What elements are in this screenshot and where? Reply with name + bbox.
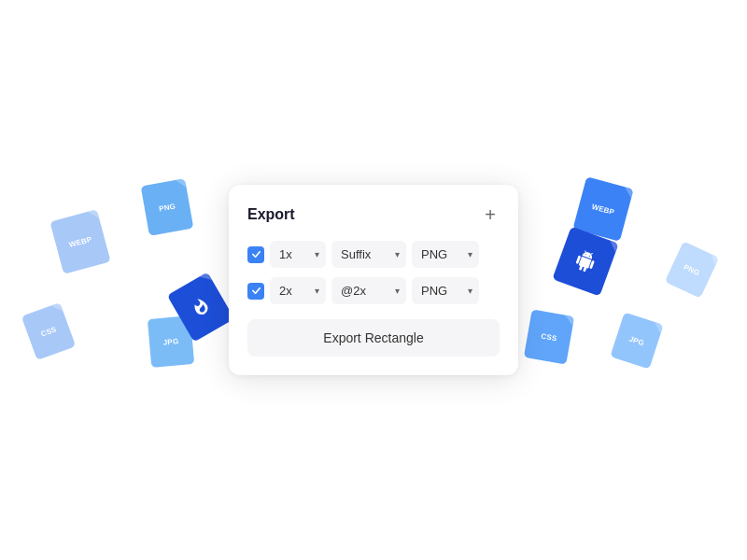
row1-suffix-wrapper: Suffix @1x @2x @3x None [331, 241, 406, 268]
add-export-row-button[interactable]: + [481, 203, 500, 226]
bg-file-icon-5: WEBP [572, 176, 633, 241]
bg-file-icon-8: JPG [610, 312, 663, 369]
row2-format-wrapper: PNG JPG SVG PDF WEBP [412, 277, 479, 304]
row1-scale-select[interactable]: 0.5x 1x 1.5x 2x 3x 4x [270, 241, 326, 268]
export-row-1: 0.5x 1x 1.5x 2x 3x 4x Suffix @1x @2x @3x… [247, 241, 500, 268]
bg-file-icon-9: PNG [665, 241, 719, 298]
export-header: Export + [247, 203, 500, 226]
row1-scale-wrapper: 0.5x 1x 1.5x 2x 3x 4x [270, 241, 326, 268]
row2-scale-select[interactable]: 0.5x 1x 1.5x 2x 3x 4x [270, 277, 326, 304]
row1-format-wrapper: PNG JPG SVG PDF WEBP [412, 241, 479, 268]
bg-file-icon-3: JPG [148, 315, 194, 368]
row2-checkbox[interactable] [247, 283, 264, 300]
row1-suffix-select[interactable]: Suffix @1x @2x @3x None [331, 241, 406, 268]
row2-suffix-wrapper: Suffix @1x @2x @3x None [331, 277, 406, 304]
row2-format-select[interactable]: PNG JPG SVG PDF WEBP [412, 277, 479, 304]
bg-file-icon-6 [552, 227, 618, 297]
export-panel: Export + 0.5x 1x 1.5x 2x 3x 4x Suffix @1… [229, 185, 518, 375]
bg-file-icon-4 [167, 272, 234, 342]
panel-title: Export [247, 206, 295, 223]
bg-file-icon-7: CSS [524, 309, 574, 364]
row1-format-select[interactable]: PNG JPG SVG PDF WEBP [412, 241, 479, 268]
row1-checkbox[interactable] [247, 246, 264, 263]
bg-file-icon-2: CSS [21, 302, 76, 360]
bg-file-icon-1: PNG [141, 178, 194, 236]
bg-file-icon-0: WEBP [49, 209, 110, 273]
row2-scale-wrapper: 0.5x 1x 1.5x 2x 3x 4x [270, 277, 326, 304]
export-row-2: 0.5x 1x 1.5x 2x 3x 4x Suffix @1x @2x @3x… [247, 277, 500, 304]
row2-suffix-select[interactable]: Suffix @1x @2x @3x None [331, 277, 406, 304]
export-rectangle-button[interactable]: Export Rectangle [247, 319, 500, 357]
